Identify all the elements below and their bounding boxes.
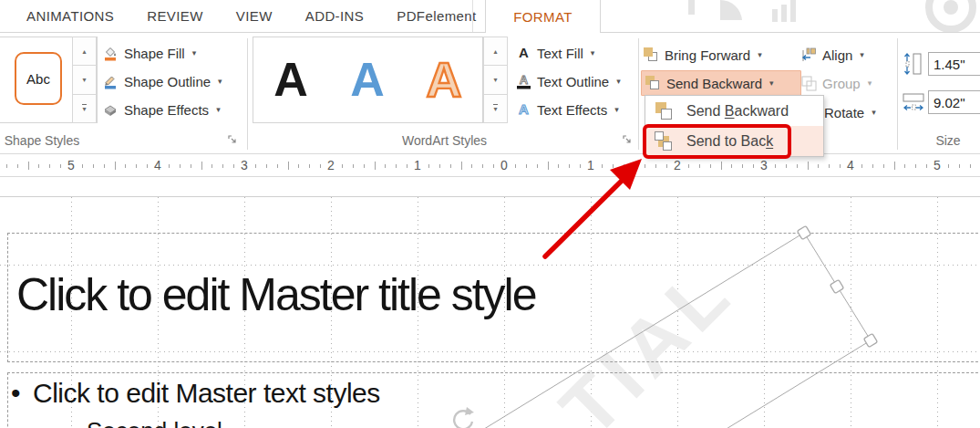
dropdown-caret-icon: ▾ — [216, 105, 221, 114]
group-separator — [897, 38, 898, 150]
tab-add-ins[interactable]: ADD-INS — [289, 8, 380, 24]
ruler-tick — [926, 164, 927, 168]
rotate-button[interactable]: Rotate ▾ — [824, 99, 876, 125]
master-body-text[interactable]: •Click to edit Master text styles — [11, 378, 380, 409]
wordart-style-black[interactable]: A — [263, 40, 319, 119]
tab-animations[interactable]: ANIMATIONS — [10, 8, 130, 24]
group-separator — [247, 38, 248, 150]
send-backward-button[interactable]: Send Backward ▾ — [641, 70, 801, 96]
ruler-tick — [136, 164, 137, 168]
ruler-tick — [872, 164, 873, 168]
wordart-style-blue[interactable]: A — [339, 40, 396, 119]
dropdown-caret-icon: ▾ — [872, 108, 876, 117]
bullet-glyph: • — [11, 378, 20, 408]
master-title-text[interactable]: Click to edit Master title style — [16, 268, 536, 321]
tab-pdfelement[interactable]: PDFelement — [380, 8, 492, 24]
ruler-tick — [548, 162, 549, 170]
dropdown-caret-icon: ▾ — [614, 105, 619, 114]
text-fill-button[interactable]: A Text Fill ▾ — [516, 40, 594, 66]
ruler-number: 1 — [410, 158, 425, 172]
dropdown-caret-icon: ▾ — [758, 50, 762, 59]
ruler-tick — [688, 164, 689, 168]
ruler-tick — [526, 164, 527, 168]
gallery-scroll-up-icon[interactable]: ▴ — [72, 37, 97, 66]
text-outline-button[interactable]: A Text Outline ▾ — [516, 68, 621, 94]
ruler-tick — [353, 164, 354, 168]
ribbon-tab-bar: ANIMATIONS REVIEW VIEW ADD-INS PDFelemen… — [0, 0, 980, 33]
menu-item-send-backward[interactable]: Send Backward — [645, 96, 823, 126]
ruler-tick — [60, 164, 61, 168]
ruler-tick — [883, 164, 884, 168]
ruler-tick — [342, 164, 343, 168]
gallery-scroll-down-icon[interactable]: ▾ — [72, 66, 97, 94]
ruler-tick — [364, 164, 365, 168]
bring-forward-button[interactable]: Bring Forward ▾ — [644, 42, 762, 68]
shape-width-field[interactable] — [928, 90, 980, 114]
ruler-tick — [580, 164, 581, 168]
tabstrip-divider — [472, 0, 473, 32]
gallery-more-icon[interactable]: ▾ — [72, 95, 97, 123]
horizontal-ruler: 54321012345 — [0, 155, 980, 177]
wordart-styles-dialog-launcher-icon[interactable] — [621, 133, 634, 146]
ruler-tick — [558, 164, 559, 168]
paint-bucket-icon — [102, 45, 119, 61]
align-button[interactable]: Align ▾ — [801, 42, 864, 68]
wordart-style-orange-outline[interactable]: A — [416, 40, 472, 119]
ruler-tick — [904, 164, 905, 168]
gallery-more-icon[interactable]: ▾ — [483, 95, 508, 123]
ruler-tick — [115, 162, 116, 170]
wordart-styles-group-label: WordArt Styles — [365, 133, 524, 148]
tab-review[interactable]: REVIEW — [130, 8, 220, 24]
ruler-tick — [191, 164, 191, 168]
ruler-tick — [375, 162, 376, 170]
shape-effects-button[interactable]: Shape Effects ▾ — [102, 97, 221, 122]
ruler-tick — [742, 164, 743, 168]
ruler-tick — [461, 162, 462, 170]
text-fill-icon: A — [516, 45, 531, 61]
master-body-second-level-text[interactable]: Second level — [87, 417, 222, 428]
ruler-number: 3 — [757, 158, 771, 172]
ruler-number: 4 — [150, 158, 165, 172]
dropdown-caret-icon: ▾ — [616, 77, 621, 86]
dropdown-caret-icon: ▾ — [860, 50, 864, 59]
ruler-tick — [233, 164, 234, 168]
ruler-tick — [396, 164, 397, 168]
ruler-tick — [169, 164, 170, 168]
ruler-tick — [808, 162, 809, 170]
ruler-tick — [731, 164, 732, 168]
dropdown-caret-icon: ▾ — [192, 48, 197, 57]
ruler-number: 3 — [237, 158, 252, 172]
shape-style-preview-tile[interactable]: Abc — [15, 52, 62, 105]
shape-height-field[interactable] — [928, 52, 980, 76]
ruler-number: 2 — [324, 158, 338, 172]
gallery-scroll-down-icon[interactable]: ▾ — [483, 66, 508, 94]
gallery-scroll-up-icon[interactable]: ▴ — [483, 37, 508, 66]
ruler-tick — [537, 164, 538, 168]
ruler-number: 0 — [497, 158, 511, 172]
ruler-tick — [840, 164, 841, 168]
shape-styles-group-label: Shape Styles — [0, 133, 89, 148]
text-outline-icon: A — [516, 73, 531, 89]
ruler-tick — [515, 164, 516, 168]
text-effects-button[interactable]: A Text Effects ▾ — [516, 97, 619, 122]
ruler-tick — [959, 164, 960, 168]
shape-outline-button[interactable]: Shape Outline ▾ — [102, 68, 222, 94]
annotation-highlight-box — [643, 124, 791, 159]
group-button[interactable]: Group ▾ — [801, 70, 872, 96]
ruler-tick — [266, 164, 267, 168]
svg-text:A: A — [519, 101, 529, 117]
svg-text:A: A — [427, 55, 462, 104]
tab-view[interactable]: VIEW — [220, 8, 289, 24]
shape-width-icon — [903, 92, 924, 112]
shape-styles-dialog-launcher-icon[interactable] — [226, 133, 239, 146]
ruler-tick — [471, 164, 472, 168]
ruler-tick — [17, 164, 18, 168]
ruler-tick — [602, 164, 603, 168]
slide-editing-area: TIAL Click to edit Master title style •C… — [0, 197, 980, 428]
tab-format-active[interactable]: FORMAT — [485, 0, 601, 33]
ruler-tick — [428, 164, 429, 168]
shape-fill-button[interactable]: Shape Fill ▾ — [102, 40, 196, 66]
ruler-number: 5 — [64, 158, 78, 172]
send-backward-icon — [655, 101, 675, 121]
ruler-tick — [829, 164, 830, 168]
